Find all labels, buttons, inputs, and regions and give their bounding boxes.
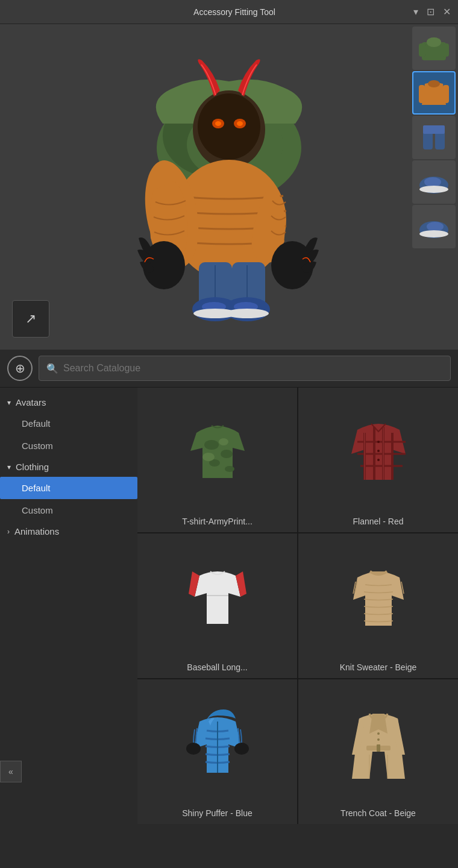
close-button[interactable]: ✕ [443, 6, 451, 17]
catalogue-item-thumb [137, 679, 297, 806]
accessory-sidebar [410, 24, 458, 251]
catalogue-item-baseball-long[interactable]: Baseball Long... [137, 533, 297, 678]
chevron-down-icon: ▾ [7, 398, 11, 407]
catalogue-item-label: Trench Coat - Beige [336, 806, 421, 818]
sidebar-nav: ▾ Avatars Default Custom ▾ Clothing Defa… [0, 388, 137, 824]
minimize-button[interactable]: ▾ [413, 6, 418, 17]
svg-point-44 [225, 466, 234, 472]
svg-rect-27 [419, 85, 425, 103]
svg-point-29 [428, 80, 440, 87]
svg-rect-26 [442, 43, 449, 57]
svg-point-63 [377, 732, 380, 735]
maximize-button[interactable]: ⊡ [427, 6, 434, 17]
svg-rect-32 [423, 125, 445, 134]
catalogue-item-label: Flannel - Red [348, 514, 408, 526]
svg-point-60 [234, 743, 249, 755]
search-input-wrap[interactable]: 🔍 [39, 356, 451, 381]
catalogue-item-knit-sweater-beige[interactable]: Knit Sweater - Beige [298, 533, 458, 678]
main-content: ▾ Avatars Default Custom ▾ Clothing Defa… [0, 388, 458, 824]
collapse-sidebar-button[interactable]: « [0, 761, 22, 782]
window-title: Accessory Fitting Tool [55, 7, 413, 17]
character-preview [0, 24, 458, 350]
svg-point-35 [419, 186, 448, 193]
svg-point-54 [377, 441, 380, 443]
collapse-icon: « [8, 767, 13, 776]
search-input[interactable] [63, 363, 443, 374]
svg-point-56 [377, 459, 380, 461]
sidebar-section-clothing-label: Clothing [16, 462, 49, 472]
svg-rect-28 [443, 85, 449, 103]
catalogue-item-thumb [137, 533, 297, 660]
accessory-thumb-1[interactable] [412, 27, 456, 70]
svg-point-42 [219, 438, 228, 445]
svg-rect-25 [419, 43, 426, 57]
sidebar-item-clothing-default[interactable]: Default [0, 477, 137, 499]
preview-area: ↗ [0, 24, 458, 350]
svg-point-8 [237, 121, 243, 126]
svg-point-43 [202, 453, 215, 461]
svg-point-34 [424, 177, 441, 187]
sidebar-section-avatars-label: Avatars [16, 397, 46, 407]
catalogue-item-label: Shiny Puffer - Blue [177, 806, 257, 818]
accessory-thumb-3[interactable] [412, 116, 456, 159]
svg-point-24 [427, 37, 441, 47]
catalogue-grid: T-shirt-ArmyPrint... [137, 388, 458, 824]
sidebar-item-avatars-default[interactable]: Default [0, 412, 137, 435]
svg-point-40 [221, 450, 233, 458]
catalogue-item-label: Baseball Long... [182, 660, 252, 672]
catalogue-item-thumb [137, 388, 297, 514]
catalogue-item-label: Knit Sweater - Beige [335, 660, 422, 672]
sidebar-section-animations[interactable]: › Animations [0, 521, 137, 541]
search-area: ⊕ 🔍 [0, 350, 458, 388]
svg-point-39 [204, 440, 219, 450]
add-button[interactable]: ⊕ [7, 356, 33, 381]
search-icon: 🔍 [46, 363, 58, 374]
svg-rect-62 [377, 744, 380, 752]
catalogue-item-tshirt-army[interactable]: T-shirt-ArmyPrint... [137, 388, 297, 532]
svg-point-37 [427, 222, 444, 231]
svg-point-64 [377, 738, 380, 741]
catalogue-item-thumb [298, 388, 458, 514]
accessory-thumb-4[interactable] [412, 160, 456, 204]
sidebar-section-avatars[interactable]: ▾ Avatars [0, 392, 137, 412]
external-link-icon: ↗ [25, 311, 36, 327]
character-figure [127, 51, 331, 322]
sidebar-item-avatars-custom[interactable]: Custom [0, 435, 137, 457]
catalogue-item-trench-coat-beige[interactable]: Trench Coat - Beige [298, 679, 458, 824]
chevron-down-icon-2: ▾ [7, 463, 11, 471]
add-icon: ⊕ [15, 361, 25, 376]
window-controls[interactable]: ▾ ⊡ ✕ [413, 6, 451, 17]
catalogue-item-thumb [298, 679, 458, 806]
catalogue-item-thumb [298, 533, 458, 660]
chevron-right-icon: › [7, 527, 10, 536]
svg-point-7 [215, 121, 221, 126]
svg-point-59 [186, 743, 201, 755]
accessory-thumb-5[interactable] [412, 205, 456, 248]
sidebar-section-clothing[interactable]: ▾ Clothing [0, 457, 137, 477]
external-link-button[interactable]: ↗ [12, 300, 49, 338]
sidebar-item-clothing-custom[interactable]: Custom [0, 499, 137, 521]
svg-point-22 [225, 309, 269, 318]
title-bar: Accessory Fitting Tool ▾ ⊡ ✕ [0, 0, 458, 24]
svg-point-55 [377, 450, 380, 452]
catalogue-item-flannel-red[interactable]: Flannel - Red [298, 388, 458, 532]
accessory-thumb-2[interactable] [412, 71, 456, 115]
catalogue-item-shiny-puffer-blue[interactable]: Shiny Puffer - Blue [137, 679, 297, 824]
svg-point-4 [198, 93, 260, 160]
sidebar-section-animations-label: Animations [14, 526, 59, 536]
svg-point-38 [419, 230, 448, 237]
catalogue-item-label: T-shirt-ArmyPrint... [177, 514, 257, 526]
